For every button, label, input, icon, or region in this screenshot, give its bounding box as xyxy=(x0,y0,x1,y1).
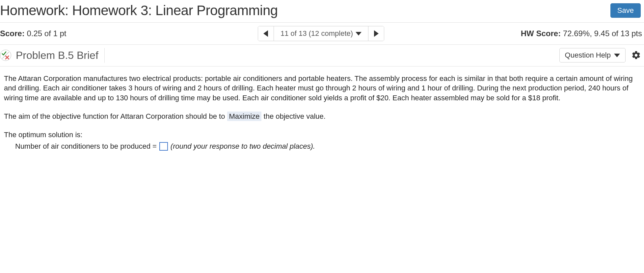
chevron-down-icon xyxy=(356,32,362,36)
answer-row: Number of air conditioners to be produce… xyxy=(4,141,640,151)
question-body: The Attaran Corporation manufactures two… xyxy=(0,66,644,155)
next-question-button[interactable] xyxy=(368,26,384,41)
score-bar: Score: 0.25 of 1 pt 11 of 13 (12 complet… xyxy=(0,23,644,45)
save-button[interactable]: Save xyxy=(610,3,641,18)
header-bar: Homework: Homework 3: Linear Programming… xyxy=(0,0,644,23)
objective-suffix: the objective value. xyxy=(264,112,326,120)
question-position-text: 11 of 13 (12 complete) xyxy=(281,29,353,38)
score-display: Score: 0.25 of 1 pt xyxy=(0,29,214,38)
question-position-dropdown[interactable]: 11 of 13 (12 complete) xyxy=(274,26,368,41)
objective-dropdown[interactable]: Maximize xyxy=(227,112,262,121)
triangle-right-icon xyxy=(374,30,379,37)
prev-question-button[interactable] xyxy=(258,26,274,41)
objective-prefix: The aim of the objective function for At… xyxy=(4,112,227,120)
answer-hint: (round your response to two decimal plac… xyxy=(171,141,315,151)
score-value: 0.25 of 1 pt xyxy=(27,29,66,38)
problem-statement: The Attaran Corporation manufactures two… xyxy=(4,74,640,103)
partial-credit-icon xyxy=(0,50,11,61)
gear-icon xyxy=(631,50,641,60)
score-label: Score: xyxy=(0,29,25,38)
answer-label: Number of air conditioners to be produce… xyxy=(15,141,157,151)
problem-title: Problem B.5 Brief xyxy=(16,48,105,63)
page-title: Homework: Homework 3: Linear Programming xyxy=(0,3,278,18)
problem-header: Problem B.5 Brief Question Help xyxy=(0,45,644,66)
question-help-button[interactable]: Question Help xyxy=(559,48,626,62)
hw-score-label: HW Score: xyxy=(521,29,561,38)
solution-header: The optimum solution is: xyxy=(4,130,640,140)
question-nav: 11 of 13 (12 complete) xyxy=(258,26,384,41)
hw-score-value: 72.69%, 9.45 of 13 pts xyxy=(563,29,642,38)
hw-score-display: HW Score: 72.69%, 9.45 of 13 pts xyxy=(428,29,642,38)
triangle-left-icon xyxy=(263,30,268,37)
chevron-down-icon xyxy=(614,54,620,57)
objective-line: The aim of the objective function for At… xyxy=(4,112,640,121)
question-help-label: Question Help xyxy=(565,51,611,60)
answer-input[interactable] xyxy=(159,142,168,151)
settings-button[interactable] xyxy=(630,49,642,61)
